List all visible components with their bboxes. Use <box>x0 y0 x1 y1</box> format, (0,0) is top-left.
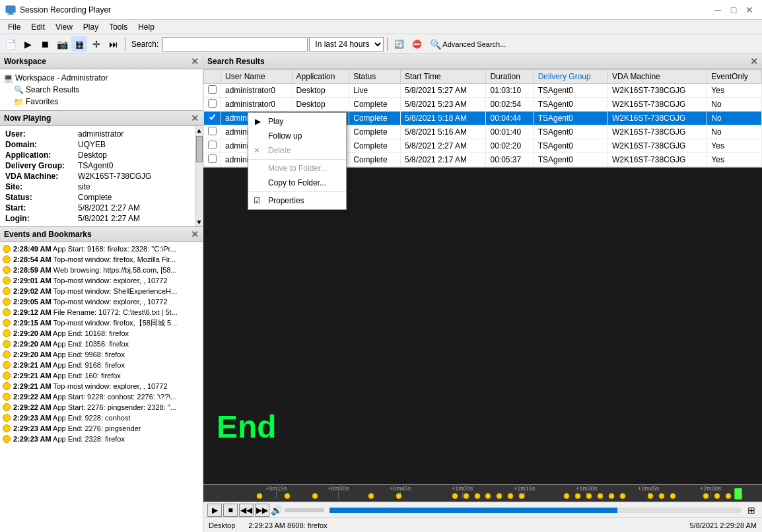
row-checkbox[interactable] <box>204 125 221 139</box>
event-list-item[interactable]: 2:29:01 AM Top-most window: explorer, , … <box>0 275 203 286</box>
event-list-item[interactable]: 2:29:20 AM App End: 9968: firefox <box>0 349 203 360</box>
stop-search-button[interactable]: ⛔ <box>409 36 425 52</box>
search-results-close-btn[interactable]: ✕ <box>750 56 758 67</box>
event-list-item[interactable]: 2:28:59 AM Web browsing: https://bj.58.c… <box>0 265 203 275</box>
timeline-event-dot[interactable] <box>485 493 491 499</box>
event-list-item[interactable]: 2:29:02 AM Top-most window: ShellExperie… <box>0 286 203 296</box>
forward-button[interactable]: ⏭ <box>106 36 121 52</box>
menu-file[interactable]: File <box>3 21 26 33</box>
event-list-item[interactable]: 2:29:20 AM App End: 10168: firefox <box>0 328 203 339</box>
row-checkbox[interactable] <box>204 98 221 112</box>
event-list-item[interactable]: 2:29:23 AM App End: 9228: conhost <box>0 413 203 423</box>
timeline-event-dot[interactable] <box>474 493 480 499</box>
col-username-header[interactable]: User Name <box>221 70 293 84</box>
row-checkbox[interactable] <box>204 84 221 98</box>
menu-edit[interactable]: Edit <box>26 21 50 33</box>
timeline-event-dot[interactable] <box>586 493 592 499</box>
timeline-event-dot[interactable] <box>368 493 374 499</box>
timeline-event-dot[interactable] <box>608 493 614 499</box>
tree-item-favorites[interactable]: 📁 Favorites <box>3 96 200 108</box>
col-status-header[interactable]: Status <box>349 70 401 84</box>
timeline-bar[interactable]: +0m15s+0m30s+0m45s+1m00s+1m15s+1m30s+1m4… <box>203 485 762 502</box>
timeline-event-dot[interactable] <box>574 493 580 499</box>
timeline-event-dot[interactable] <box>647 493 653 499</box>
table-row[interactable]: administrator0 Desktop Complete 5/8/2021… <box>204 98 762 112</box>
fit-btn[interactable]: ⊞ <box>746 505 757 515</box>
timeline-event-dot[interactable] <box>726 493 732 499</box>
menu-play[interactable]: Play <box>78 21 104 33</box>
event-list-item[interactable]: 2:29:20 AM App End: 10356: firefox <box>0 339 203 349</box>
select-button[interactable]: ▦ <box>71 36 87 52</box>
rewind-button[interactable]: ◀◀ <box>239 504 254 517</box>
event-list-item[interactable]: 2:29:15 AM Top-most window: firefox,【58同… <box>0 317 203 328</box>
col-eventonly-header[interactable]: EventOnly <box>707 70 762 84</box>
event-list-item[interactable]: 2:28:54 AM Top-most window: firefox, Moz… <box>0 254 203 265</box>
row-checkbox[interactable] <box>204 112 221 125</box>
volume-slider[interactable] <box>285 508 324 512</box>
stop-button[interactable]: ⏹ <box>37 36 53 52</box>
timeline-event-dot[interactable] <box>284 493 290 499</box>
event-list-item[interactable]: 2:29:22 AM App Start: 9228: conhost: 227… <box>0 391 203 402</box>
event-list-item[interactable]: 2:29:23 AM App End: 2328: firefox <box>0 434 203 444</box>
timeline-event-dot[interactable] <box>497 493 502 499</box>
menu-help[interactable]: Help <box>133 21 160 33</box>
ctx-copytofolder[interactable]: Copy to Folder... <box>248 176 346 190</box>
open-button[interactable]: ▶ <box>20 36 36 52</box>
nowplaying-scrollbar[interactable]: ▲ ▼ <box>195 126 203 226</box>
timeline-event-dot[interactable] <box>597 493 603 499</box>
timeline-event-dot[interactable] <box>714 493 720 499</box>
nowplaying-close-btn[interactable]: ✕ <box>191 113 199 123</box>
event-list-item[interactable]: 2:28:49 AM App Start: 9168: firefox: 232… <box>0 244 203 254</box>
maximize-button[interactable]: □ <box>726 3 741 17</box>
row-checkbox[interactable] <box>204 139 221 153</box>
tree-item-workspace[interactable]: 💻 Workspace - Administrator <box>3 72 200 84</box>
search-timeframe-dropdown[interactable]: In last 24 hours <box>309 37 384 51</box>
col-vdamachine-header[interactable]: VDA Machine <box>608 70 707 84</box>
table-row[interactable]: administrator0 Desktop Live 5/8/2021 5:2… <box>204 84 762 98</box>
timeline-event-dot[interactable] <box>703 493 709 499</box>
event-list-item[interactable]: 2:29:22 AM App Start: 2276: pingsender: … <box>0 402 203 413</box>
play-button[interactable]: ▶ <box>207 504 222 517</box>
col-deliverygroup-header[interactable]: Delivery Group <box>534 70 607 84</box>
tree-item-search-results[interactable]: 🔍 Search Results <box>3 84 200 96</box>
ctx-properties[interactable]: ☑ Properties <box>248 193 346 208</box>
workspace-close-btn[interactable]: ✕ <box>191 56 199 67</box>
ctx-movetofolder[interactable]: Move to Folder... <box>248 161 346 176</box>
menu-tools[interactable]: Tools <box>104 21 133 33</box>
timeline-event-dot[interactable] <box>670 493 675 499</box>
timeline-event-dot[interactable] <box>452 493 458 499</box>
timeline-event-dot[interactable] <box>563 493 569 499</box>
event-list-item[interactable]: 2:29:21 AM App End: 9168: firefox <box>0 360 203 370</box>
close-button[interactable]: ✕ <box>742 3 757 17</box>
search-input[interactable] <box>162 37 308 51</box>
col-duration-header[interactable]: Duration <box>486 70 534 84</box>
timeline-event-dot[interactable] <box>463 493 469 499</box>
scroll-thumb[interactable] <box>196 136 203 162</box>
refresh-button[interactable]: 🔄 <box>391 36 407 52</box>
fast-forward-button[interactable]: ▶▶ <box>255 504 269 517</box>
screenshot-button[interactable]: 📷 <box>54 36 70 52</box>
ctx-followup[interactable]: Follow up <box>248 129 346 143</box>
event-list-item[interactable]: 2:29:21 AM Top-most window: explorer, , … <box>0 381 203 391</box>
ctx-play[interactable]: ▶ Play <box>248 114 346 129</box>
minimize-button[interactable]: ─ <box>710 3 725 17</box>
scroll-up-btn[interactable]: ▲ <box>195 126 203 135</box>
col-starttime-header[interactable]: Start Time <box>401 70 486 84</box>
timeline-event-dot[interactable] <box>312 493 318 499</box>
timeline-event-dot[interactable] <box>256 493 262 499</box>
ctx-delete[interactable]: ✕ Delete <box>248 143 346 158</box>
col-application-header[interactable]: Application <box>292 70 349 84</box>
event-list-item[interactable]: 2:29:23 AM App End: 2276: pingsender <box>0 423 203 434</box>
events-close-btn[interactable]: ✕ <box>191 229 199 240</box>
new-button[interactable]: 📄 <box>3 36 18 52</box>
timeline-event-dot[interactable] <box>519 493 525 499</box>
timeline-event-dot[interactable] <box>396 493 402 499</box>
event-list-item[interactable]: 2:29:12 AM File Rename: 10772: C:\test\6… <box>0 307 203 317</box>
playhead-indicator[interactable] <box>734 488 742 500</box>
events-list[interactable]: 2:28:49 AM App Start: 9168: firefox: 232… <box>0 242 203 532</box>
drag-button[interactable]: ✛ <box>88 36 104 52</box>
menu-view[interactable]: View <box>50 21 78 33</box>
row-checkbox[interactable] <box>204 153 221 167</box>
col-checkbox-header[interactable] <box>204 70 221 84</box>
progress-bar-area[interactable] <box>329 508 741 513</box>
